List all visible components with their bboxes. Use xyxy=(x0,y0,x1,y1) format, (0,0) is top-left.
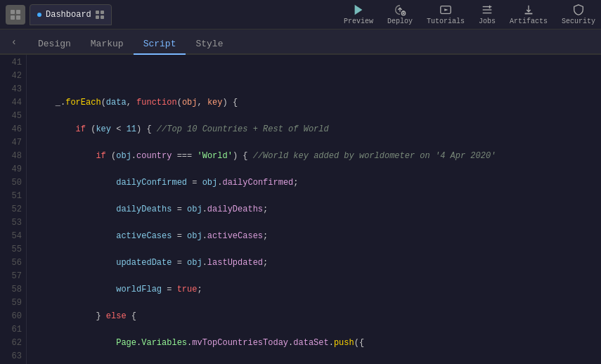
jobs-label: Jobs xyxy=(479,18,496,25)
deploy-button[interactable]: Deploy xyxy=(387,4,413,25)
deploy-label: Deploy xyxy=(387,18,413,25)
security-label: Security xyxy=(562,18,595,25)
tab-grid-icon xyxy=(96,11,104,19)
artifacts-button[interactable]: Artifacts xyxy=(510,4,548,25)
line-numbers: 41 42 43 44 45 46 47 48 49 50 51 52 53 5… xyxy=(0,55,27,364)
svg-rect-2 xyxy=(11,15,15,20)
tab-style[interactable]: Style xyxy=(186,34,233,55)
dashboard-tab[interactable]: Dashboard xyxy=(30,4,112,25)
svg-marker-7 xyxy=(444,8,448,11)
security-button[interactable]: Security xyxy=(562,4,595,25)
tab-markup[interactable]: Markup xyxy=(81,34,134,55)
app-logo xyxy=(6,5,25,25)
tab-script[interactable]: Script xyxy=(134,34,186,55)
artifacts-label: Artifacts xyxy=(510,18,548,25)
collapse-panel-button[interactable]: ‹ xyxy=(6,34,22,51)
tab-design[interactable]: Design xyxy=(28,34,81,55)
preview-label: Preview xyxy=(344,18,373,25)
tab-modified-indicator xyxy=(37,13,41,17)
toolbar-actions: Preview Deploy Tutorials xyxy=(344,4,595,25)
toolbar: Dashboard Preview Deploy xyxy=(0,0,601,30)
editor-tabs: ‹ Design Markup Script Style xyxy=(0,30,601,55)
preview-button[interactable]: Preview xyxy=(344,4,373,25)
tab-label: Dashboard xyxy=(46,10,91,20)
tutorials-label: Tutorials xyxy=(427,18,465,25)
svg-marker-4 xyxy=(355,5,363,15)
tutorials-button[interactable]: Tutorials xyxy=(427,4,465,25)
svg-rect-3 xyxy=(16,15,20,20)
code-editor: 41 42 43 44 45 46 47 48 49 50 51 52 53 5… xyxy=(0,55,601,364)
svg-rect-0 xyxy=(11,10,15,14)
svg-rect-1 xyxy=(16,10,20,14)
code-area[interactable]: _.forEach(data, function(obj, key) { if … xyxy=(27,55,601,364)
jobs-button[interactable]: Jobs xyxy=(479,4,496,25)
